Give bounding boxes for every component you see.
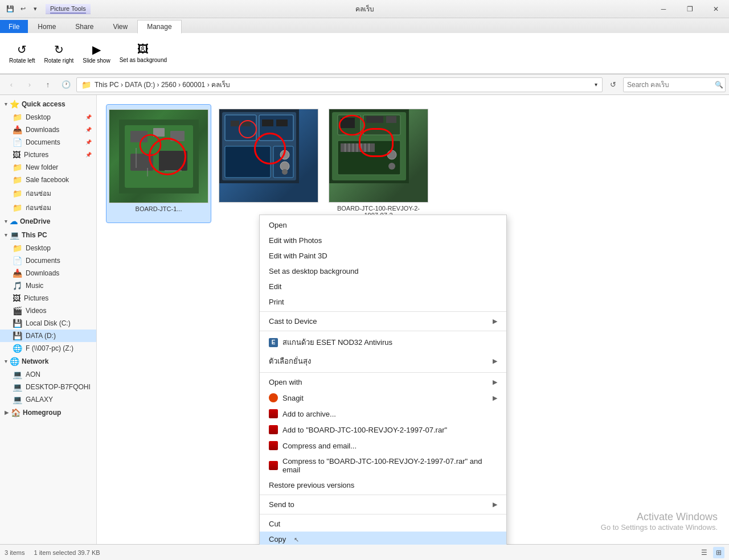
sidebar-item-aon[interactable]: 💻 AON [0, 368, 96, 381]
ctx-cast[interactable]: Cast to Device ▶ [260, 314, 506, 329]
undo-btn[interactable]: ↩ [17, 3, 28, 15]
save-btn[interactable]: 💾 [5, 3, 16, 15]
ctx-select-arrow: ▶ [493, 357, 497, 365]
network-icon: 🌐 [10, 357, 19, 366]
ribbon-set-background[interactable]: 🖼 Set as background [120, 43, 167, 64]
sidebar-item-music-pc[interactable]: 🎵 Music [0, 279, 96, 292]
ctx-sep-3 [260, 372, 506, 373]
disk-icon: 💾 [13, 331, 22, 340]
sidebar-item-pictures-pc[interactable]: 🖼 Pictures [0, 292, 96, 304]
ctx-send-to[interactable]: Send to ▶ [260, 497, 506, 512]
ctx-send-to-arrow: ▶ [493, 501, 497, 508]
breadcrumb-dropdown[interactable]: ▾ [595, 81, 597, 88]
ctx-eset[interactable]: E สแกนด้วย ESET NOD32 Antivirus [260, 333, 506, 352]
quick-access-toolbar: 💾 ↩ ▾ [0, 3, 46, 15]
sidebar-item-documents-qa[interactable]: 📄 Documents 📌 [0, 136, 96, 149]
sidebar-item-downloads-qa[interactable]: 📥 Downloads 📌 [0, 123, 96, 136]
sidebar-section-onedrive[interactable]: ▾ ☁ OneDrive [0, 215, 96, 228]
sidebar-item-videos-pc[interactable]: 🎬 Videos [0, 304, 96, 317]
ribbon-slideshow[interactable]: ▶ Slide show [83, 43, 110, 64]
ctx-cut[interactable]: Cut [260, 516, 506, 532]
sidebar-item-sale-facebook[interactable]: 📁 Sale facebook [0, 174, 96, 186]
sidebar-item-label: New folder [26, 163, 58, 171]
sidebar-item-pictures-qa[interactable]: 🖼 Pictures 📌 [0, 149, 96, 161]
sidebar-item-private1[interactable]: 📁 ก่อนซ่อม [0, 186, 96, 200]
close-button[interactable]: ✕ [703, 0, 729, 18]
ribbon-rotate-right[interactable]: ↻ Rotate right [44, 43, 74, 64]
sidebar-item-label: Downloads [26, 126, 59, 134]
disk-icon: 💾 [13, 319, 22, 328]
svg-rect-15 [225, 146, 271, 178]
documents-icon: 📄 [13, 138, 22, 147]
ribbon-rotate-left[interactable]: ↺ Rotate left [9, 43, 35, 64]
ctx-snagit[interactable]: Snagit ▶ [260, 390, 506, 406]
tab-home[interactable]: Home [28, 20, 65, 33]
tab-view[interactable]: View [103, 20, 137, 33]
nav-back[interactable]: ‹ [3, 77, 19, 93]
sidebar-item-private2[interactable]: 📁 ก่อนซ่อม [0, 200, 96, 215]
nav-forward[interactable]: › [22, 77, 38, 93]
sidebar-section-quick-access[interactable]: ▾ ⭐ Quick access [0, 97, 96, 111]
ctx-copy[interactable]: Copy ↖ [260, 532, 506, 545]
minimize-button[interactable]: ─ [650, 0, 677, 18]
computer-icon: 💻 [13, 395, 22, 404]
ctx-set-desktop[interactable]: Set as desktop background [260, 263, 506, 279]
status-bar: 3 items 1 item selected 39.7 KB ☰ ⊞ [0, 544, 729, 560]
nav-recent[interactable]: 🕐 [58, 77, 74, 93]
sidebar-item-new-folder[interactable]: 📁 New folder [0, 161, 96, 174]
ctx-snagit-label: Snagit [282, 394, 493, 402]
ctx-edit-paint3d[interactable]: Edit with Paint 3D [260, 248, 506, 263]
tab-file[interactable]: File [0, 20, 28, 33]
file-item-1[interactable]: BOARD-JTC-1... [106, 104, 211, 223]
search-input[interactable] [627, 81, 712, 89]
nav-refresh[interactable]: ↺ [605, 77, 621, 93]
view-details-btn[interactable]: ☰ [698, 547, 710, 558]
sidebar-item-data-d[interactable]: 💾 DATA (D:) [0, 330, 96, 342]
sidebar-item-network-z[interactable]: 🌐 F (\\007-pc) (Z:) [0, 342, 96, 355]
svg-rect-14 [259, 115, 293, 141]
ctx-select-label: ตัวเลือกยั่นสุง [269, 355, 493, 367]
ctx-add-rar[interactable]: Add to "BOARD-JTC-100-REVJOY-2-1997-07.r… [260, 422, 506, 438]
svg-rect-32 [386, 116, 396, 123]
sidebar-section-network[interactable]: ▾ 🌐 Network [0, 355, 96, 368]
file-item-2[interactable] [216, 104, 321, 223]
sidebar-item-desktop-b7fqohi[interactable]: 💻 DESKTOP-B7FQOHI [0, 381, 96, 393]
ctx-select[interactable]: ตัวเลือกยั่นสุง ▶ [260, 352, 506, 370]
ctx-add-rar-label: Add to "BOARD-JTC-100-REVJOY-2-1997-07.r… [282, 426, 497, 434]
ctx-compress-rar-email[interactable]: Compress to "BOARD-JTC-100-REVJOY-2-1997… [260, 454, 506, 477]
winrar-icon3 [269, 441, 278, 450]
ctx-open-with[interactable]: Open with ▶ [260, 374, 506, 390]
ctx-edit-photos[interactable]: Edit with Photos [260, 233, 506, 248]
tab-share[interactable]: Share [65, 20, 103, 33]
pcb-image-1 [109, 110, 208, 203]
this-pc-label: This PC [22, 231, 47, 239]
sidebar-item-desktop-qa[interactable]: 📁 Desktop 📌 [0, 111, 96, 123]
sidebar-item-desktop-pc[interactable]: 📁 Desktop [0, 242, 96, 254]
this-pc-arrow: ▾ [5, 232, 7, 238]
file-thumbnail-1 [109, 109, 208, 203]
folder-icon: 📁 [13, 175, 22, 184]
ctx-restore[interactable]: Restore previous versions [260, 477, 506, 493]
sidebar-section-homegroup[interactable]: ▶ 🏠 Homegroup [0, 406, 96, 419]
computer-icon: 💻 [10, 230, 19, 240]
sidebar-item-downloads-pc[interactable]: 📥 Downloads [0, 267, 96, 279]
sidebar-item-documents-pc[interactable]: 📄 Documents [0, 254, 96, 267]
tab-manage[interactable]: Manage [137, 20, 181, 34]
ctx-add-archive[interactable]: Add to archive... [260, 406, 506, 422]
svg-rect-20 [276, 120, 288, 126]
ctx-compress-email[interactable]: Compress and email... [260, 438, 506, 454]
dropdown-btn[interactable]: ▾ [30, 3, 41, 15]
view-large-icons-btn[interactable]: ⊞ [713, 547, 724, 558]
status-right: ☰ ⊞ [698, 547, 724, 558]
ctx-edit[interactable]: Edit [260, 279, 506, 294]
ctx-sep-5 [260, 514, 506, 514]
ctx-open[interactable]: Open [260, 217, 506, 233]
maximize-button[interactable]: ❐ [677, 0, 703, 18]
sidebar-item-galaxy[interactable]: 💻 GALAXY [0, 393, 96, 406]
sidebar-item-local-disk-c[interactable]: 💾 Local Disk (C:) [0, 317, 96, 330]
file-item-3[interactable]: BOARD-JTC-100-REVJOY-2-1997-07-2 [326, 104, 431, 223]
ctx-print[interactable]: Print [260, 294, 506, 310]
sidebar-section-this-pc[interactable]: ▾ 💻 This PC [0, 228, 96, 242]
breadcrumb[interactable]: 📁 This PC › DATA (D:) › 2560 › 600001 › … [76, 77, 603, 92]
nav-up[interactable]: ↑ [40, 77, 56, 93]
